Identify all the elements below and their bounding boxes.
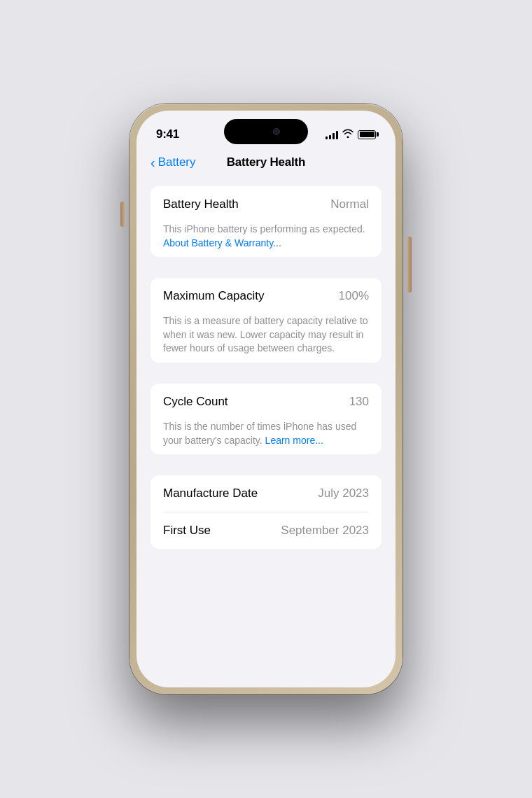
learn-more-link[interactable]: Learn more... (265, 435, 323, 446)
content-area: Battery Health Normal This iPhone batter… (136, 181, 396, 560)
cycle-count-label: Cycle Count (163, 395, 228, 409)
manufacture-date-row: Manufacture Date July 2023 (150, 475, 382, 512)
phone-frame: 9:41 (130, 104, 402, 694)
manufacture-date-label: Manufacture Date (163, 486, 258, 500)
battery-warranty-link[interactable]: About Battery & Warranty... (163, 237, 281, 248)
phone-screen: 9:41 (136, 111, 396, 687)
maximum-capacity-row: Maximum Capacity 100% (150, 278, 382, 314)
chevron-left-icon: ‹ (150, 155, 155, 169)
first-use-value: September 2023 (281, 524, 369, 538)
dates-section: Manufacture Date July 2023 First Use Sep… (150, 475, 382, 549)
back-button[interactable]: ‹ Battery (150, 155, 196, 169)
signal-icon (326, 130, 338, 139)
page-title: Battery Health (227, 155, 305, 169)
maximum-capacity-section: Maximum Capacity 100% This is a measure … (150, 278, 382, 363)
maximum-capacity-label: Maximum Capacity (163, 289, 265, 303)
maximum-capacity-description: This is a measure of battery capacity re… (160, 314, 372, 363)
cycle-count-value: 130 (349, 395, 369, 409)
cycle-count-description: This is the number of times iPhone has u… (160, 420, 372, 454)
battery-health-row: Battery Health Normal (150, 186, 382, 223)
battery-health-section: Battery Health Normal This iPhone batter… (150, 186, 382, 257)
status-bar: 9:41 (136, 111, 396, 148)
maximum-capacity-value: 100% (339, 289, 369, 303)
status-icons (326, 129, 376, 140)
nav-header: ‹ Battery Battery Health (136, 148, 396, 181)
dynamic-island (224, 119, 308, 144)
battery-health-value: Normal (330, 197, 369, 211)
battery-health-desc-text: This iPhone battery is performing as exp… (163, 223, 365, 234)
status-time: 9:41 (156, 127, 179, 141)
battery-status-icon (358, 130, 376, 139)
battery-health-label: Battery Health (163, 197, 239, 211)
first-use-label: First Use (163, 524, 211, 538)
cycle-count-row: Cycle Count 130 (150, 384, 382, 420)
wifi-icon (342, 129, 354, 140)
back-label: Battery (158, 155, 196, 169)
first-use-row: First Use September 2023 (150, 512, 382, 549)
manufacture-date-value: July 2023 (318, 486, 369, 500)
cycle-count-section: Cycle Count 130 This is the number of ti… (150, 384, 382, 454)
camera-indicator (273, 128, 280, 135)
cycle-count-desc-text: This is the number of times iPhone has u… (163, 421, 356, 446)
battery-health-description: This iPhone battery is performing as exp… (160, 223, 372, 257)
